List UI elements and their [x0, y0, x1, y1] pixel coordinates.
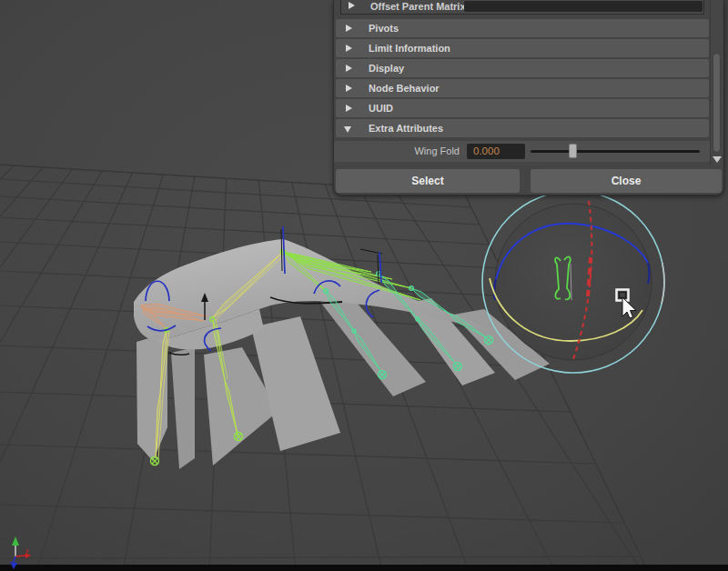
- matrix-field: [464, 1, 703, 12]
- wing-fold-value-field[interactable]: 0.000: [467, 144, 525, 159]
- maya-viewport-window: x Offset Parent Matrix Pivots Limit Info…: [0, 0, 728, 571]
- expand-arrow-icon: [349, 2, 355, 9]
- section-extra-attributes[interactable]: Extra Attributes: [336, 119, 709, 137]
- section-label: Pivots: [369, 19, 399, 37]
- panel-scrollbar[interactable]: [710, 0, 723, 165]
- expand-arrow-icon: [346, 65, 352, 72]
- section-label: Extra Attributes: [369, 119, 443, 137]
- select-button[interactable]: Select: [336, 169, 520, 193]
- expand-arrow-icon: [346, 45, 352, 52]
- section-offset-parent-matrix[interactable]: Offset Parent Matrix: [340, 0, 704, 15]
- section-label: Offset Parent Matrix: [370, 0, 466, 14]
- wing-fold-slider[interactable]: [531, 141, 700, 162]
- section-label: UUID: [369, 99, 393, 117]
- scrollbar-thumb[interactable]: [713, 53, 721, 153]
- close-button[interactable]: Close: [531, 169, 722, 193]
- section-node-behavior[interactable]: Node Behavior: [336, 79, 709, 97]
- attribute-label: Wing Fold: [334, 141, 460, 162]
- expand-arrow-icon: [346, 85, 352, 92]
- scroll-down-arrow-icon[interactable]: [713, 156, 722, 163]
- section-uuid[interactable]: UUID: [336, 99, 709, 117]
- collapse-arrow-icon: [344, 126, 351, 133]
- section-label: Limit Information: [369, 39, 450, 57]
- section-display[interactable]: Display: [336, 59, 709, 77]
- viewport-bottom-bar: [0, 565, 728, 571]
- section-limit-information[interactable]: Limit Information: [336, 39, 709, 57]
- manipulator-sphere: [495, 204, 652, 360]
- expand-arrow-icon: [346, 25, 352, 32]
- x-axis-label: x: [25, 547, 29, 554]
- wing-fold-attribute-row: Wing Fold 0.000: [334, 141, 711, 162]
- section-label: Display: [369, 59, 404, 77]
- slider-handle[interactable]: [569, 144, 577, 158]
- section-label: Node Behavior: [369, 79, 440, 97]
- slider-track[interactable]: [531, 150, 700, 153]
- expand-arrow-icon: [346, 105, 352, 112]
- section-pivots[interactable]: Pivots: [336, 19, 709, 37]
- attribute-editor-panel: Offset Parent Matrix Pivots Limit Inform…: [333, 0, 724, 195]
